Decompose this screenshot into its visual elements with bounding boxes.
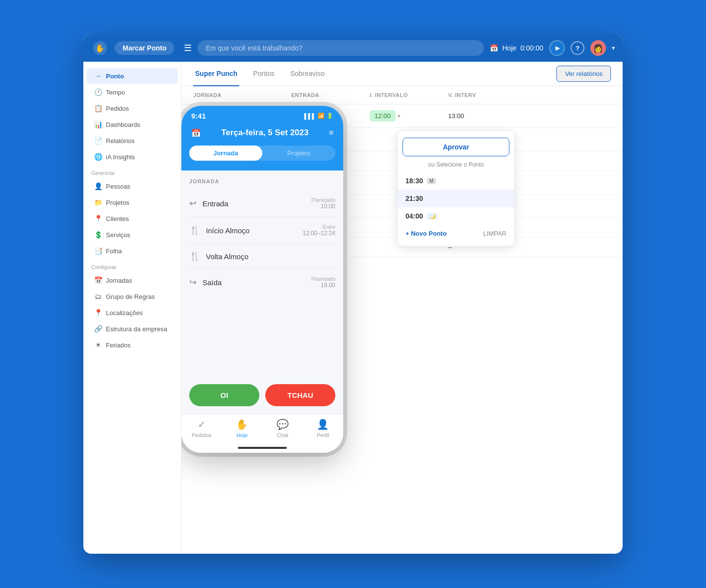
pedidos-icon: 📋 <box>94 104 102 112</box>
phone-nav-pedidos[interactable]: ✓ Pedidos <box>181 418 222 438</box>
phone-nav-chat[interactable]: 💬 Chat <box>262 418 303 438</box>
phone-nav-perfil[interactable]: 👤 Perfil <box>303 418 344 438</box>
almoco-time-label: Entre <box>303 224 335 230</box>
pedidos-nav-label: Pedidos <box>192 432 211 438</box>
sidebar-item-clientes[interactable]: 📍 Clientes <box>86 211 178 226</box>
approve-popup: Aprovar ou Selecione o Ponto 18:30 M 21:… <box>397 130 515 246</box>
tab-pontos[interactable]: Pontos <box>251 62 277 86</box>
phone-nav-hoje[interactable]: ✋ Hoje <box>222 418 263 438</box>
gerenciar-label: Gerenciar <box>83 165 181 178</box>
sidebar-item-dashboards[interactable]: 📊 Dashboards <box>86 117 178 132</box>
sidebar-item-pessoas[interactable]: 👤 Pessoas <box>86 178 178 194</box>
phone-status-bar: 9:41 ▌▌▌ 📶 🔋 <box>181 106 343 124</box>
entrada-time: Planejado 10:00 <box>311 197 335 210</box>
hoje-nav-label: Hoje <box>236 432 248 438</box>
phone-section-label: JORNADA <box>189 178 335 184</box>
phone-toggle: Jornada Projetos <box>189 146 335 161</box>
phone-menu-icon[interactable]: ≡ <box>329 128 333 137</box>
phone-status-icons: ▌▌▌ 📶 🔋 <box>304 113 333 119</box>
logo[interactable]: ✋ <box>91 39 109 57</box>
jornadas-icon: 📅 <box>94 276 102 284</box>
clientes-icon: 📍 <box>94 215 102 222</box>
phone-buttons: OI TCHAU <box>181 376 343 414</box>
almoco-inicio-time: Entre 12:00–12:24 <box>303 224 335 237</box>
sidebar-item-ia-insights[interactable]: 🌐 iA Insights <box>86 149 178 165</box>
estrutura-icon: 🔗 <box>94 325 102 333</box>
perfil-nav-icon: 👤 <box>317 418 329 430</box>
sidebar-item-folha[interactable]: 📑 Folha <box>86 243 178 259</box>
header-jornada: JORNADA <box>193 92 291 98</box>
sidebar-item-localizacoes[interactable]: 📍 Localizações <box>86 305 178 320</box>
search-bar[interactable]: Em que você está trabalhando? <box>198 40 484 56</box>
signal-icon: ▌▌▌ <box>304 113 316 119</box>
header-entrada: ENTRADA <box>291 92 370 98</box>
time-option-0400[interactable]: 04:00 🌙 <box>398 207 514 225</box>
phone-date: Terça-feira, 5 Set 2023 <box>221 128 308 138</box>
marcar-ponto-button[interactable]: Marcar Ponto <box>115 41 174 55</box>
date-area: 📅 Hoje 0:00:00 <box>490 44 543 52</box>
ponto-icon: → <box>94 72 102 80</box>
time-option-1830[interactable]: 18:30 M <box>398 172 514 190</box>
play-button[interactable] <box>549 40 565 56</box>
new-ponto-row: + Novo Ponto LIMPAR <box>398 225 514 242</box>
tempo-icon: 🕐 <box>94 88 102 96</box>
tab-sobreaviso[interactable]: Sobreaviso <box>288 62 327 86</box>
sidebar-item-feriados[interactable]: ☀ Feriados <box>86 337 178 353</box>
sidebar-item-relatorios[interactable]: 📄 Relatórios <box>86 133 178 148</box>
almoco-time-value: 12:00–12:24 <box>303 230 335 237</box>
time-option-2130[interactable]: 21:30 <box>398 190 514 207</box>
ia-insights-icon: 🌐 <box>94 153 102 161</box>
volta-almoco-label: Volta Almoço <box>206 252 249 261</box>
sidebar: → Ponto 🕐 Tempo 📋 Pedidos 📊 Dashboards 📄… <box>83 62 181 554</box>
sidebar-item-projetos[interactable]: 📁 Projetos <box>86 195 178 210</box>
saida-time: Planejado 18:00 <box>311 276 335 289</box>
hoje-nav-icon: ✋ <box>236 418 248 430</box>
avatar[interactable]: 👩 <box>590 40 606 56</box>
localizacoes-icon: 📍 <box>94 309 102 317</box>
phone-row-almoco-inicio: 🍴 Início Almoço Entre 12:00–12:24 <box>189 217 335 244</box>
main-content: → Ponto 🕐 Tempo 📋 Pedidos 📊 Dashboards 📄… <box>83 62 623 554</box>
chevron-icon: ▾ <box>398 113 400 119</box>
servicos-icon: 💲 <box>94 231 102 239</box>
relatorios-icon: 📄 <box>94 137 102 145</box>
feriados-icon: ☀ <box>94 341 102 349</box>
sidebar-item-estrutura[interactable]: 🔗 Estrutura da empresa <box>86 321 178 337</box>
phone-time: 9:41 <box>191 112 206 120</box>
new-ponto-button[interactable]: + Novo Ponto <box>405 230 447 237</box>
cell-intervalo[interactable]: 12:00 ▾ <box>370 110 448 122</box>
volta-almoco-icon: 🍴 <box>189 251 200 262</box>
toggle-projetos[interactable]: Projetos <box>262 146 335 161</box>
limpar-button[interactable]: LIMPAR <box>483 230 506 237</box>
header-volta: V. INTERV <box>448 92 507 98</box>
pessoas-icon: 👤 <box>94 182 102 190</box>
time-value: 18:30 <box>405 177 423 185</box>
table-header: JORNADA ENTRADA I. INTERVALO V. INTERV <box>181 86 623 104</box>
phone-nav: ✓ Pedidos ✋ Hoje 💬 Chat 👤 <box>181 414 343 444</box>
time-value: 04:00 <box>405 212 423 220</box>
chat-nav-label: Chat <box>277 432 288 438</box>
sidebar-item-jornadas[interactable]: 📅 Jornadas <box>86 272 178 288</box>
app-container: ✋ Marcar Ponto ☰ Em que você está trabal… <box>83 34 623 554</box>
ver-relatorios-button[interactable]: Ver relatórios <box>556 66 611 82</box>
toggle-jornada[interactable]: Jornada <box>189 146 262 161</box>
avatar-chevron[interactable]: ▾ <box>612 45 615 51</box>
home-bar <box>238 447 287 449</box>
almoco-inicio-label: Início Almoço <box>206 226 250 235</box>
help-button[interactable]: ? <box>571 41 584 55</box>
approve-button[interactable]: Aprovar <box>403 138 509 156</box>
calendar-icon: 📅 <box>490 44 498 52</box>
sidebar-item-tempo[interactable]: 🕐 Tempo <box>86 84 178 100</box>
sidebar-item-ponto[interactable]: → Ponto <box>86 68 178 84</box>
tchau-button[interactable]: TCHAU <box>265 384 335 406</box>
tab-super-punch[interactable]: Super Punch <box>193 62 239 86</box>
calendar-small-icon: 📅 <box>191 128 201 138</box>
sidebar-item-pedidos[interactable]: 📋 Pedidos <box>86 100 178 116</box>
menu-icon[interactable]: ☰ <box>184 43 192 53</box>
almoco-inicio-icon: 🍴 <box>189 225 200 236</box>
sidebar-item-grupo-regras[interactable]: 🗂 Grupo de Regras <box>86 289 178 304</box>
phone-mockup: 9:41 ▌▌▌ 📶 🔋 📅 Terça-feira, 5 Set 2023 ≡ <box>181 106 343 453</box>
saida-label: Saída <box>202 278 222 287</box>
sidebar-item-servicos[interactable]: 💲 Serviços <box>86 227 178 243</box>
oi-button[interactable]: OI <box>189 384 259 406</box>
or-select-label: ou Selecione o Ponto <box>398 159 514 172</box>
